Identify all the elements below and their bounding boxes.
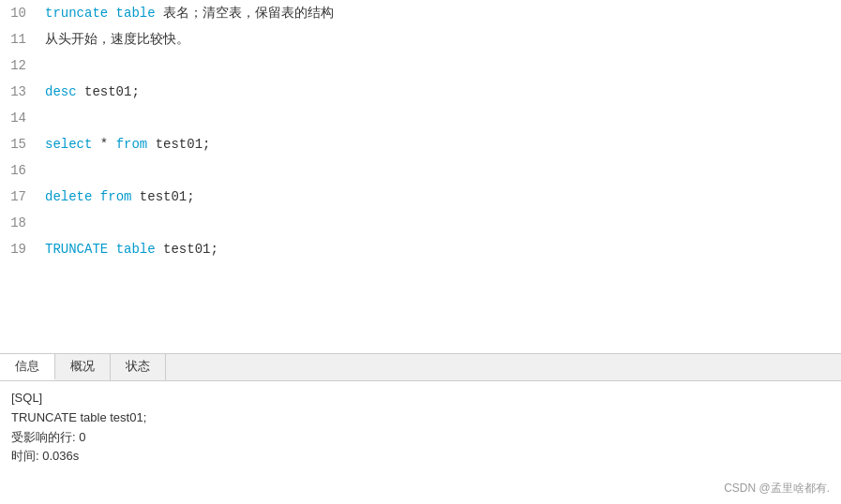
bottom-panel: 信息 概况 状态 [SQL] TRUNCATE table test01; 受影… [0, 354, 841, 504]
sql-statement: TRUNCATE table test01; [11, 408, 830, 428]
line-number: 16 [0, 157, 38, 184]
tabs-bar: 信息 概况 状态 [0, 354, 841, 381]
watermark: CSDN @孟里啥都有. [724, 481, 830, 497]
line-number: 19 [0, 236, 38, 262]
line-number: 12 [0, 52, 38, 79]
line-content [38, 52, 841, 79]
table-row: 15 select * from test01; [0, 131, 841, 157]
table-row: 13 desc test01; [0, 79, 841, 105]
line-number: 10 [0, 0, 38, 26]
line-number: 17 [0, 184, 38, 210]
line-content: delete from test01; [38, 184, 841, 210]
tab-info[interactable]: 信息 [0, 354, 55, 380]
time-info: 时间: 0.036s [11, 447, 830, 467]
line-content: truncate table 表名；清空表，保留表的结构 [38, 0, 841, 26]
table-row: 16 [0, 157, 841, 184]
table-row: 14 [0, 105, 841, 131]
table-row: 18 [0, 210, 841, 236]
line-content [38, 210, 841, 236]
code-editor: 10 truncate table 表名；清空表，保留表的结构 11 从头开始，… [0, 0, 841, 354]
tab-content-info: [SQL] TRUNCATE table test01; 受影响的行: 0 时间… [0, 381, 841, 474]
line-content: select * from test01; [38, 131, 841, 157]
line-content: desc test01; [38, 79, 841, 105]
main-container: 10 truncate table 表名；清空表，保留表的结构 11 从头开始，… [0, 0, 841, 504]
table-row: 17 delete from test01; [0, 184, 841, 210]
table-row: 19 TRUNCATE table test01; [0, 236, 841, 262]
line-number: 13 [0, 79, 38, 105]
table-row: 11 从头开始，速度比较快。 [0, 26, 841, 52]
tab-status[interactable]: 状态 [111, 354, 166, 380]
line-content: 从头开始，速度比较快。 [38, 26, 841, 52]
tab-overview[interactable]: 概况 [55, 354, 111, 380]
line-content [38, 105, 841, 131]
affected-rows: 受影响的行: 0 [11, 428, 830, 448]
line-content [38, 157, 841, 184]
line-content: TRUNCATE table test01; [38, 236, 841, 262]
line-number: 14 [0, 105, 38, 131]
line-number: 11 [0, 26, 38, 52]
table-row: 12 [0, 52, 841, 79]
line-number: 15 [0, 131, 38, 157]
table-row: 10 truncate table 表名；清空表，保留表的结构 [0, 0, 841, 26]
line-number: 18 [0, 210, 38, 236]
code-table: 10 truncate table 表名；清空表，保留表的结构 11 从头开始，… [0, 0, 841, 262]
sql-label: [SQL] [11, 389, 830, 408]
